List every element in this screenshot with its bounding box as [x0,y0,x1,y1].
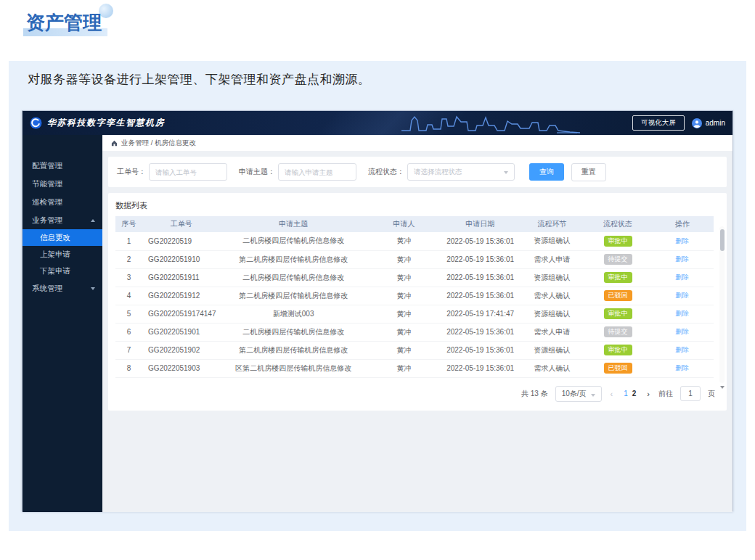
col-applicant: 申请人 [367,216,441,232]
reset-button[interactable]: 重置 [571,163,606,181]
order-no-input[interactable] [149,163,227,181]
subject-input[interactable] [278,163,356,181]
order-no-label: 工单号： [117,167,146,177]
row-date: 2022-05-19 15:36:01 [441,250,519,268]
col-subject: 申请主题 [220,216,367,232]
row-step: 需求人申请 [519,250,585,268]
sidebar-item-配置管理[interactable]: 配置管理 [23,157,102,175]
row-index: 2 [115,250,142,268]
data-list-card: 数据列表 序号 工单号 申请主题 申请人 申请日期 [108,193,727,411]
row-subject: 区第二机房楼四层传输机房信息修改 [220,359,367,377]
prev-page-button[interactable]: ‹ [609,390,615,398]
status-badge: 待提交 [604,326,632,337]
row-date: 2022-05-19 15:36:01 [441,359,519,377]
status-badge: 审批中 [604,236,632,247]
page-number-1[interactable]: 1 [621,390,630,398]
subject-label: 申请主题： [239,167,275,177]
home-icon[interactable] [111,140,118,147]
row-subject: 二机房楼四层传输机房信息修改 [220,232,367,250]
goto-label: 前往 [658,389,673,399]
table-body: 1GG20220519二机房楼四层传输机房信息修改黄冲2022-05-19 15… [115,232,714,377]
sidebar-item-系统管理[interactable]: 系统管理 [23,279,102,297]
sidebar-item-上架申请[interactable]: 上架申请 [23,246,102,263]
table-row: 2GG2022051910第二机房楼四层传输机房信息修改黄冲2022-05-19… [115,250,714,268]
row-applicant: 黄冲 [367,232,441,250]
user-menu[interactable]: admin [692,118,725,128]
next-page-button[interactable]: › [645,390,651,398]
sidebar-item-巡检管理[interactable]: 巡检管理 [23,193,102,211]
row-action-cell: 删除 [650,268,714,287]
username: admin [706,119,725,127]
status-select-placeholder: 请选择流程状态 [414,168,462,177]
doc-description: 对服务器等设备进行上架管理、下架管理和资产盘点和溯源。 [28,71,371,88]
row-status-cell: 审批中 [585,305,651,323]
delete-link[interactable]: 删除 [675,236,689,244]
sidebar-item-信息更改[interactable]: 信息更改 [23,229,102,246]
goto-unit: 页 [708,389,715,399]
chevron-down-icon [91,287,95,290]
row-applicant: 黄冲 [367,323,441,341]
sidebar-item-业务管理[interactable]: 业务管理 [23,211,102,229]
table-row: 4GG2022051912第二机房楼四层传输机房信息修改黄冲2022-05-19… [115,287,714,305]
col-order-no: 工单号 [142,216,220,232]
delete-link[interactable]: 删除 [675,363,689,371]
data-list-title: 数据列表 [115,200,719,211]
row-applicant: 黄冲 [367,305,441,323]
page-number-2[interactable]: 2 [630,390,639,398]
filter-bar: 工单号： 申请主题： 流程状态： 请选择流程状态 查询 [108,157,727,187]
row-order-no: GG20220519174147 [142,305,220,323]
status-label: 流程状态： [368,167,404,177]
row-step: 资源组确认 [519,268,585,287]
delete-link[interactable]: 删除 [675,309,689,317]
search-button[interactable]: 查询 [529,163,564,181]
page-numbers: 12 [621,390,638,398]
row-action-cell: 删除 [650,359,714,377]
sidebar-item-下架申请[interactable]: 下架申请 [23,263,102,279]
row-index: 3 [115,268,142,287]
row-order-no: GG20220519 [142,232,220,250]
col-index: 序号 [115,216,142,232]
pagination-total: 共 13 条 [521,389,548,399]
app-main: 配置管理节能管理巡检管理业务管理信息更改上架申请下架申请系统管理 业务管理 / … [23,135,732,512]
delete-link[interactable]: 删除 [675,327,689,335]
row-applicant: 黄冲 [367,268,441,287]
status-badge: 待提交 [604,254,632,265]
row-order-no: GG2022051902 [142,341,220,359]
status-badge: 已驳回 [604,290,632,301]
table-header-row: 序号 工单号 申请主题 申请人 申请日期 流程环节 流程状态 操作 [115,216,714,232]
sidebar-item-节能管理[interactable]: 节能管理 [23,175,102,193]
row-date: 2022-05-19 15:36:01 [441,287,519,305]
delete-link[interactable]: 删除 [675,345,689,353]
table-row: 6GG2022051901二机房楼四层传输机房信息修改黄冲2022-05-19 … [115,323,714,341]
data-table: 序号 工单号 申请主题 申请人 申请日期 流程环节 流程状态 操作 1GG202… [115,216,714,378]
pagination: 共 13 条 10条/页 ‹ 12 › 前往 页 [115,386,719,402]
scrollbar-thumb[interactable] [720,229,725,251]
doc-section-panel: 对服务器等设备进行上架管理、下架管理和资产盘点和溯源。 华苏科技数字孪生智慧机房… [9,61,746,531]
delete-link[interactable]: 删除 [675,291,689,299]
row-index: 8 [115,359,142,377]
row-subject: 第二机房楼四层传输机房信息修改 [220,341,367,359]
header-right: 可视化大屏 admin [632,115,725,131]
row-step: 资源组确认 [519,232,585,250]
delete-link[interactable]: 删除 [675,273,689,281]
row-applicant: 黄冲 [367,341,441,359]
row-date: 2022-05-19 17:41:47 [441,305,519,323]
filter-subject: 申请主题： [239,163,356,181]
row-index: 1 [115,232,142,250]
page-size-select[interactable]: 10条/页 [555,386,602,402]
row-applicant: 黄冲 [367,287,441,305]
delete-link[interactable]: 删除 [675,255,689,263]
status-badge: 审批中 [604,308,632,319]
app-header: 华苏科技数字孪生智慧机房 可视化大屏 admin [23,111,732,135]
visual-screen-button[interactable]: 可视化大屏 [632,115,685,131]
row-order-no: GG2022051901 [142,323,220,341]
scrollbar-down-icon[interactable] [720,386,725,389]
row-step: 资源组确认 [519,305,585,323]
table-row: 8GG2022051903区第二机房楼四层传输机房信息修改黄冲2022-05-1… [115,359,714,377]
filter-status: 流程状态： 请选择流程状态 [368,163,515,181]
breadcrumb: 业务管理 / 机房信息更改 [102,135,732,151]
status-select[interactable]: 请选择流程状态 [407,163,515,181]
table-row: 7GG2022051902第二机房楼四层传输机房信息修改黄冲2022-05-19… [115,341,714,359]
goto-page-input[interactable] [680,386,701,401]
status-badge: 已驳回 [604,363,632,374]
